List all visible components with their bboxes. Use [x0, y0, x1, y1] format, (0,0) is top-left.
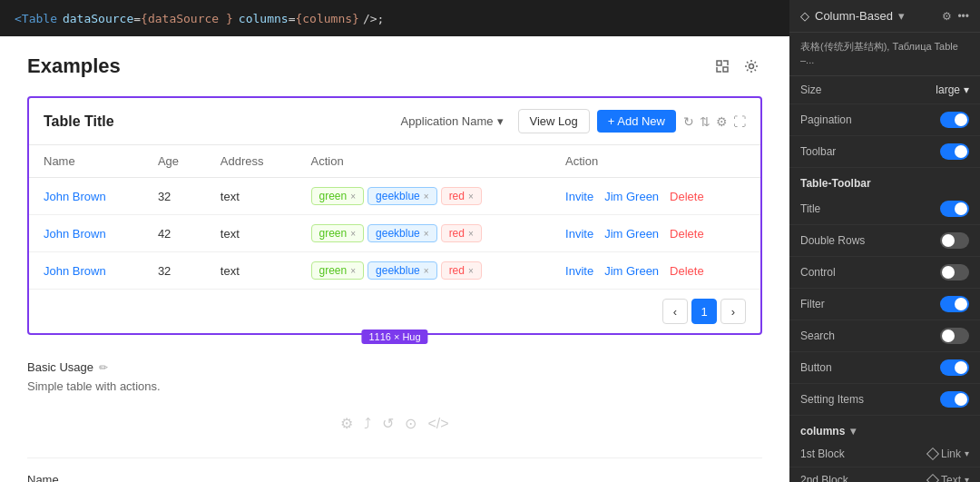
panel-title: ◇ Column-Based ▾: [800, 9, 905, 23]
prev-page-btn[interactable]: ‹: [662, 299, 688, 324]
toolbar-item-label: Search: [800, 330, 835, 342]
toolbar-item-double-rows: Double Rows: [789, 225, 980, 257]
table-row: John Brown32textgreen ×geekblue ×red ×In…: [29, 178, 760, 215]
tag-green: green ×: [311, 224, 365, 242]
column-item-2nd-block: 2nd BlockText▾: [789, 467, 980, 482]
svg-rect-0: [717, 61, 721, 65]
tag-close-icon[interactable]: ×: [350, 266, 356, 276]
toolbar-item-toggle[interactable]: [940, 264, 969, 280]
action-delete[interactable]: Delete: [670, 190, 704, 203]
column-item-right[interactable]: Text▾: [928, 474, 969, 482]
code-tool-icon[interactable]: </>: [427, 416, 448, 432]
cell-tags: green ×geekblue ×red ×: [297, 215, 552, 252]
action-invite[interactable]: Invite: [565, 264, 593, 278]
share-tool-icon[interactable]: ⤴: [364, 416, 371, 432]
tag-close-icon[interactable]: ×: [350, 229, 356, 239]
pagination-bar: ‹ 1 ›: [29, 290, 760, 333]
rotate-tool-icon[interactable]: ↺: [382, 415, 394, 432]
panel-settings-icon[interactable]: ⚙: [942, 10, 952, 23]
cell-address: text: [206, 215, 297, 252]
table-action-icons: ↻ ⇅ ⚙ ⛶: [683, 114, 746, 129]
next-section: Name: [27, 457, 762, 482]
tag-geekblue: geekblue ×: [368, 187, 437, 205]
diamond-icon: [926, 448, 939, 460]
tag-geekblue: geekblue ×: [368, 261, 437, 280]
table-toolbar-title-text: Table-Toolbar: [800, 177, 871, 190]
gear-tool-icon[interactable]: ⚙: [340, 415, 353, 432]
tag-close-icon[interactable]: ×: [424, 192, 429, 202]
table-toolbar: Table Title Application Name ▾ View Log …: [29, 98, 760, 145]
usage-title: Basic Usage: [27, 360, 93, 374]
content-area: Examples Table T: [0, 36, 789, 482]
size-chevron: ▾: [964, 84, 969, 96]
action-invite[interactable]: Invite: [565, 190, 593, 203]
panel-title-text: Column-Based: [815, 9, 893, 23]
tag-close-icon[interactable]: ×: [424, 229, 429, 239]
size-badge: 1116 × Hug: [361, 330, 427, 344]
toolbar-item-toggle[interactable]: [940, 296, 969, 312]
edit-icon[interactable]: ✏: [99, 361, 108, 374]
panel-title-chevron[interactable]: ▾: [898, 9, 905, 23]
page-1-btn[interactable]: 1: [691, 299, 717, 324]
toolbar-item-label: Title: [800, 202, 820, 215]
gear-icon[interactable]: ⚙: [716, 114, 728, 129]
refresh-icon[interactable]: ↻: [683, 114, 694, 129]
col-address: Address: [206, 145, 297, 178]
action-jim-green[interactable]: Jim Green: [604, 264, 659, 278]
sort-icon[interactable]: ⇅: [700, 114, 710, 129]
cell-age: 42: [143, 215, 206, 252]
tag-close-icon[interactable]: ×: [424, 266, 429, 276]
toolbar-item-toggle[interactable]: [940, 391, 969, 408]
toolbar-item-label: Filter: [800, 298, 825, 310]
view-log-button[interactable]: View Log: [518, 109, 590, 133]
cell-address: text: [206, 178, 297, 215]
clock-tool-icon[interactable]: ⊙: [405, 415, 416, 432]
toolbar-item-label: Double Rows: [800, 234, 865, 247]
fullscreen-icon[interactable]: ⛶: [733, 114, 746, 129]
size-label: Size: [800, 84, 821, 96]
app-name-dropdown[interactable]: Application Name ▾: [394, 111, 511, 132]
toolbar-label: Toolbar: [800, 145, 836, 158]
tag-close-icon[interactable]: ×: [468, 192, 474, 202]
col-action2: Action: [551, 145, 760, 178]
action-jim-green[interactable]: Jim Green: [604, 227, 659, 241]
toolbar-item-toggle[interactable]: [940, 201, 969, 217]
toolbar-item-toggle[interactable]: [940, 359, 969, 376]
action-delete[interactable]: Delete: [670, 264, 704, 278]
expand-icon[interactable]: [711, 55, 733, 77]
action-invite[interactable]: Invite: [565, 227, 593, 241]
table-row: John Brown42textgreen ×geekblue ×red ×In…: [29, 215, 760, 252]
cell-name[interactable]: John Brown: [29, 215, 143, 252]
cell-name[interactable]: John Brown: [29, 178, 143, 215]
column-item-1st-block: 1st BlockLink▾: [789, 441, 980, 467]
toolbar-item-toggle[interactable]: [940, 328, 969, 344]
pagination-toggle[interactable]: [940, 112, 969, 128]
col-action1: Action: [297, 145, 552, 178]
next-page-btn[interactable]: ›: [720, 299, 746, 324]
toolbar-item-label: Setting Items: [800, 393, 864, 406]
size-value: large: [936, 84, 960, 96]
tag-close-icon[interactable]: ×: [468, 266, 474, 276]
size-select[interactable]: large ▾: [936, 84, 969, 96]
toolbar-toggle[interactable]: [940, 143, 969, 160]
columns-chevron[interactable]: ▾: [850, 425, 856, 438]
tag-close-icon[interactable]: ×: [350, 192, 356, 202]
action-jim-green[interactable]: Jim Green: [604, 190, 659, 203]
panel-more-icon[interactable]: •••: [957, 10, 969, 23]
cell-address: text: [206, 252, 297, 290]
action-delete[interactable]: Delete: [670, 227, 704, 241]
settings-icon[interactable]: [740, 55, 762, 77]
toolbar-item-toggle[interactable]: [940, 232, 969, 249]
cell-name[interactable]: John Brown: [29, 252, 143, 290]
code-attr2: columns={columns}: [239, 12, 359, 25]
toolbar-item-search: Search: [789, 320, 980, 352]
cell-age: 32: [143, 252, 206, 290]
main-area: <Table dataSource={dataSource } columns=…: [0, 0, 789, 482]
column-item-right[interactable]: Link▾: [928, 448, 969, 460]
column-item-label: 1st Block: [800, 448, 845, 460]
tag-red: red ×: [441, 261, 482, 280]
add-new-button[interactable]: + Add New: [597, 110, 676, 133]
tag-close-icon[interactable]: ×: [468, 229, 474, 239]
tag-geekblue: geekblue ×: [368, 224, 437, 242]
right-panel: ◇ Column-Based ▾ ⚙ ••• 表格(传统列基结构), Табли…: [789, 0, 980, 482]
